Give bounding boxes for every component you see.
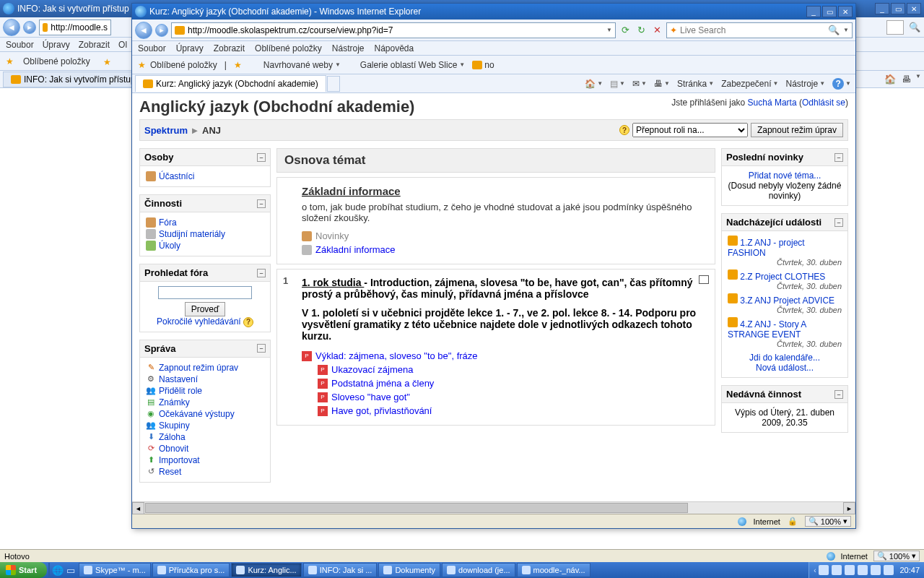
- chevron-down-icon[interactable]: ▼: [606, 27, 612, 33]
- fg-forward-button[interactable]: ►: [155, 24, 168, 37]
- admin-item[interactable]: 👥Přidělit role: [146, 385, 264, 397]
- taskbar-item[interactable]: Kurz: Anglic...: [231, 563, 301, 577]
- fg-minimize-button[interactable]: _: [806, 6, 821, 17]
- bg-menu-file[interactable]: Soubor: [6, 40, 34, 50]
- news-forum-link[interactable]: Novinky: [315, 230, 349, 241]
- feeds-button[interactable]: ▤▼: [609, 79, 627, 89]
- forum-search-button[interactable]: Proveď: [185, 302, 226, 316]
- bg-minimize-button[interactable]: _: [875, 3, 889, 14]
- new-tab-button[interactable]: [327, 76, 340, 92]
- fg-back-button[interactable]: ◄: [135, 22, 152, 39]
- fg-restore-button[interactable]: ▭: [822, 6, 837, 17]
- help-icon[interactable]: ?: [619, 125, 629, 135]
- tray-clock[interactable]: 20:47: [899, 566, 920, 574]
- taskbar-item[interactable]: Dokumenty: [378, 563, 440, 577]
- block-config-icon[interactable]: –: [834, 153, 843, 162]
- menu-edit[interactable]: Úpravy: [176, 43, 204, 53]
- bg-menu-edit[interactable]: Úpravy: [43, 40, 70, 50]
- event-link[interactable]: 3.Z ANJ Project ADVICE: [740, 296, 834, 306]
- home-icon[interactable]: 🏠: [884, 73, 897, 86]
- search-icon[interactable]: 🔍: [827, 24, 840, 37]
- tray-expand-icon[interactable]: ‹: [814, 566, 816, 574]
- logged-user-link[interactable]: Suchá Marta: [748, 98, 797, 108]
- tray-icon[interactable]: [845, 565, 855, 575]
- stop-icon[interactable]: ✕: [650, 24, 663, 37]
- chevron-down-icon[interactable]: ▼: [915, 73, 921, 86]
- forums-link[interactable]: Fóra: [159, 217, 177, 228]
- block-config-icon[interactable]: –: [257, 344, 266, 353]
- fg-address-bar[interactable]: http://moodle.skolaspektrum.cz/course/vi…: [171, 22, 616, 38]
- block-config-icon[interactable]: –: [257, 153, 266, 162]
- role-select[interactable]: Přepnout roli na...: [632, 123, 748, 137]
- goto-calendar-link[interactable]: Jdi do kalendáře...: [749, 353, 820, 363]
- bg-menu-view[interactable]: Zobrazit: [79, 40, 110, 50]
- mail-button[interactable]: ✉▼: [631, 79, 648, 89]
- event-link[interactable]: 4.Z ANJ - Story A STRANGE EVENT: [728, 319, 806, 340]
- block-config-icon[interactable]: –: [834, 390, 843, 399]
- quick-launch-desktop-icon[interactable]: ▭: [64, 564, 77, 577]
- block-config-icon[interactable]: –: [257, 269, 266, 277]
- admin-item[interactable]: ⚙Nastavení: [146, 374, 264, 385]
- forum-search-input[interactable]: [158, 286, 252, 299]
- admin-item[interactable]: ⬆Importovat: [146, 454, 264, 466]
- print-button[interactable]: 🖶▼: [653, 79, 671, 89]
- resource-link[interactable]: Have got, přivlastňování: [331, 405, 432, 416]
- participants-link[interactable]: Účastníci: [159, 171, 194, 181]
- resource-link[interactable]: Výklad: zájmena, sloveso "to be", fráze: [315, 350, 478, 361]
- admin-link[interactable]: Nastavení: [159, 374, 198, 384]
- admin-item[interactable]: ↺Reset: [146, 466, 264, 478]
- fg-zoom[interactable]: 🔍 100% ▾: [805, 516, 851, 527]
- add-topic-link[interactable]: Přidat nové téma...: [749, 171, 821, 181]
- admin-item[interactable]: ⟳Obnovit: [146, 443, 264, 454]
- quick-launch-ie-icon[interactable]: 🌐: [51, 564, 64, 577]
- topic-0-title[interactable]: Základní informace: [302, 185, 401, 197]
- logout-link[interactable]: Odhlásit se: [802, 98, 845, 108]
- new-event-link[interactable]: Nová událost...: [756, 363, 814, 373]
- scroll-left-button[interactable]: ◄: [132, 502, 144, 514]
- webslice-link[interactable]: Galerie oblastí Web Slice ▼: [348, 60, 465, 70]
- help-icon[interactable]: ?: [243, 317, 253, 327]
- menu-tools[interactable]: Nástroje: [332, 43, 365, 53]
- page-menu[interactable]: Stránka▼: [676, 79, 715, 89]
- bg-fav-label[interactable]: Oblíbené položky: [23, 56, 90, 66]
- admin-link[interactable]: Záloha: [159, 432, 186, 442]
- menu-file[interactable]: Soubor: [138, 43, 166, 53]
- compat-view-icon[interactable]: ⟳: [619, 24, 632, 37]
- event-link[interactable]: 2.Z Project CLOTHES: [740, 272, 825, 282]
- fg-search-box[interactable]: ✦ Live Search 🔍 ▼: [666, 22, 853, 38]
- menu-view[interactable]: Zobrazit: [214, 43, 245, 53]
- bg-close-button[interactable]: ✕: [907, 3, 921, 14]
- bg-address-bar[interactable]: http://moodle.s: [39, 20, 111, 35]
- print-icon[interactable]: 🖶: [899, 73, 912, 86]
- taskbar-item[interactable]: INFO: Jak si ...: [303, 563, 378, 577]
- fg-tab[interactable]: Kurz: Anglický jazyk (Obchodní akademie): [135, 75, 326, 92]
- assignments-link[interactable]: Úkoly: [159, 241, 180, 251]
- turn-editing-on-button[interactable]: Zapnout režim úprav: [751, 123, 843, 137]
- admin-link[interactable]: Skupiny: [159, 420, 190, 431]
- scroll-thumb[interactable]: [145, 503, 688, 513]
- favorites-button[interactable]: ★Oblíbené položky: [138, 60, 217, 70]
- admin-link[interactable]: Přidělit role: [159, 386, 202, 396]
- tray-icon[interactable]: [884, 565, 894, 575]
- event-link[interactable]: 1.Z ANJ - project FASHION: [728, 238, 805, 258]
- help-button[interactable]: ?▼: [831, 78, 853, 90]
- admin-link[interactable]: Reset: [159, 467, 181, 477]
- resources-link[interactable]: Studijní materiály: [159, 229, 225, 239]
- admin-link[interactable]: Zapnout režim úprav: [159, 363, 238, 373]
- tray-icon[interactable]: [871, 565, 881, 575]
- admin-item[interactable]: ▤Známky: [146, 397, 264, 408]
- chevron-down-icon[interactable]: ▼: [843, 27, 849, 33]
- resource-link[interactable]: Ukazovací zájmena: [331, 364, 413, 375]
- bg-back-button[interactable]: ◄: [3, 19, 20, 36]
- taskbar-item[interactable]: moodle-_náv...: [517, 563, 590, 577]
- taskbar-item[interactable]: download (je...: [442, 563, 515, 577]
- tray-icon[interactable]: [819, 565, 829, 575]
- block-config-icon[interactable]: –: [257, 199, 266, 208]
- bg-zoom[interactable]: 🔍 100% ▾: [873, 551, 920, 561]
- block-config-icon[interactable]: –: [834, 218, 843, 227]
- admin-item[interactable]: ◉Očekávané výstupy: [146, 408, 264, 420]
- bg-search-icon[interactable]: 🔍: [908, 21, 921, 34]
- fg-horizontal-scrollbar[interactable]: ◄ ►: [132, 501, 855, 514]
- home-button[interactable]: 🏠▼: [583, 79, 604, 89]
- fav-link-no[interactable]: no: [472, 60, 494, 70]
